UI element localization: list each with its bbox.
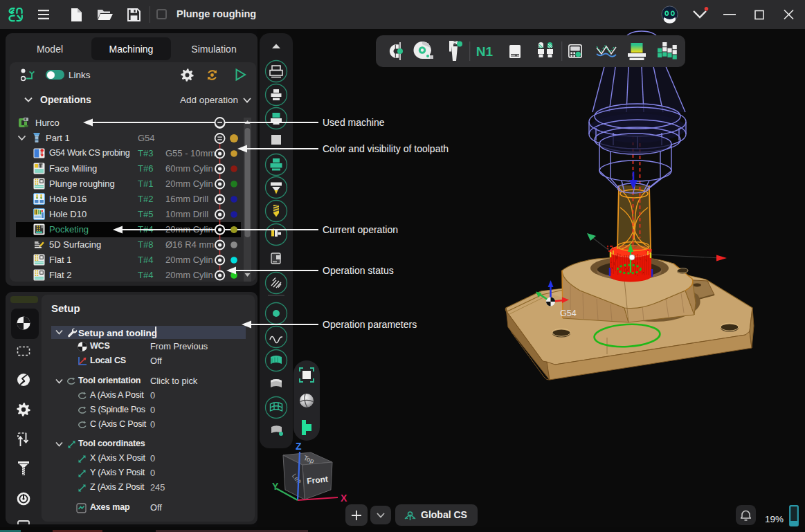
svg-text:Z: Z: [296, 441, 302, 452]
svg-text:G54: G54: [560, 309, 577, 318]
svg-text:N1: N1: [476, 44, 494, 59]
svg-text:X: X: [341, 493, 347, 504]
svg-text:Y: Y: [272, 481, 279, 492]
